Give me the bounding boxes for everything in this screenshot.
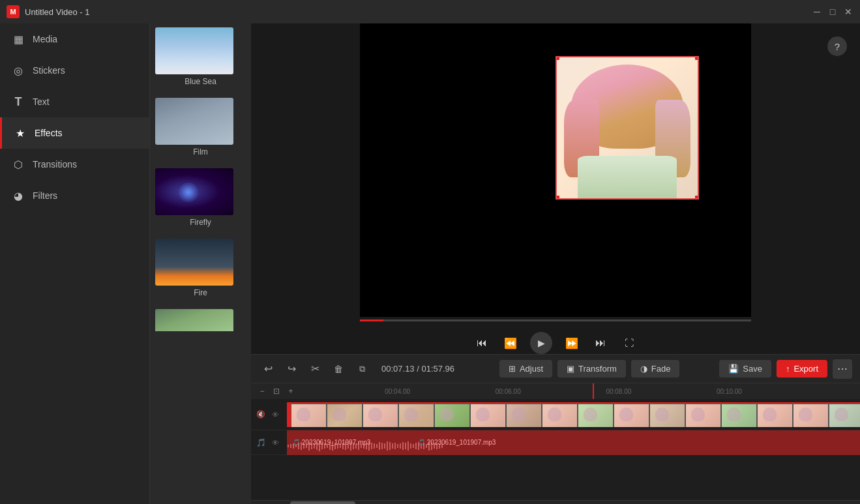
close-button[interactable]: ✕: [843, 7, 853, 17]
waveform-bar: [293, 443, 294, 449]
waveform-bar: [402, 442, 404, 450]
waveform-bar: [392, 443, 393, 449]
waveform-bar: [298, 443, 299, 449]
effect-label-fire: Fire: [155, 286, 246, 301]
preview-image[interactable]: [556, 56, 699, 200]
minimize-button[interactable]: ─: [812, 7, 822, 17]
video-thumb-7: [506, 404, 542, 427]
audio-track-bg: 🎵 20230619_101907.mp3 🎵 20230619_101907.…: [287, 430, 860, 455]
waveform-bar: [408, 441, 409, 451]
video-eye-button[interactable]: 👁: [269, 409, 281, 421]
transform-button[interactable]: ▣ Transform: [557, 360, 626, 378]
save-icon: 💾: [728, 364, 739, 374]
selection-handle-br[interactable]: [695, 196, 699, 200]
progress-fill: [360, 319, 383, 321]
window-title: Untitled Video - 1: [25, 7, 812, 17]
video-thumb-6: [470, 404, 506, 427]
waveform-bar: [334, 443, 336, 449]
help-button[interactable]: ?: [827, 37, 847, 56]
media-icon: ▦: [12, 33, 25, 46]
adjust-icon: ⊞: [509, 364, 516, 374]
ruler-mark-8: 00:08.00: [606, 388, 631, 395]
selection-handle-tl[interactable]: [556, 56, 559, 60]
waveform-bar: [384, 443, 385, 449]
audio-eye-button[interactable]: 👁: [269, 437, 281, 449]
video-thumb-4: [398, 404, 434, 427]
transform-icon: ▣: [567, 364, 574, 374]
fullscreen-button[interactable]: ⛶: [620, 334, 638, 352]
effect-blue-sea[interactable]: Blue Sea: [150, 23, 251, 94]
fade-icon: ◑: [640, 364, 647, 374]
video-thumb-2: [327, 404, 363, 427]
waveform-bar: [288, 445, 289, 447]
effect-thumbnail-film: [155, 98, 233, 145]
waveform-bar: [405, 443, 406, 449]
sidebar-item-effects[interactable]: ★ Effects: [0, 117, 149, 149]
audio-mute-button[interactable]: 🎵: [255, 437, 267, 449]
zoom-out-button[interactable]: −: [256, 385, 268, 397]
sidebar-item-media[interactable]: ▦ Media: [0, 23, 149, 55]
ruler-marks: 00:04.00 00:06.00 00:08.00 00:10.00: [302, 383, 855, 399]
copy-button[interactable]: ⧉: [353, 360, 371, 378]
effect-film[interactable]: Film: [150, 94, 251, 164]
ruler-mark-6: 00:06.00: [496, 388, 521, 395]
selection-handle-bl[interactable]: [556, 196, 559, 200]
skip-back-button[interactable]: ⏮: [473, 334, 491, 352]
redo-button[interactable]: ↪: [282, 360, 301, 378]
waveform-bar: [290, 444, 291, 448]
waveform-bar: [332, 441, 333, 451]
zoom-fit-button[interactable]: ⊡: [271, 385, 282, 397]
save-button[interactable]: 💾 Save: [719, 360, 771, 378]
sidebar-item-stickers[interactable]: ◎ Stickers: [0, 55, 149, 86]
undo-button[interactable]: ↩: [259, 360, 277, 378]
waveform-bar: [319, 441, 320, 451]
waveform-bar: [337, 443, 338, 449]
export-button[interactable]: ↑ Export: [777, 360, 827, 378]
video-mute-button[interactable]: 🔇: [255, 409, 267, 421]
maximize-button[interactable]: □: [827, 7, 838, 17]
skip-forward-button[interactable]: ⏭: [591, 334, 610, 352]
sidebar-label-text: Text: [33, 96, 50, 107]
adjust-button[interactable]: ⊞ Adjust: [499, 360, 552, 378]
selection-handle-tr[interactable]: [695, 56, 699, 60]
waveform-bar: [350, 441, 351, 451]
timeline-scrollbar[interactable]: [251, 500, 860, 504]
waveform-bar: [329, 442, 331, 450]
effect-fire[interactable]: Fire: [150, 235, 251, 305]
delete-button[interactable]: 🗑: [329, 360, 348, 378]
waveform-bar: [363, 443, 364, 449]
waveform-bar: [376, 444, 378, 448]
video-track-content[interactable]: 419b6633-4731-486c-be22-d51d9ccc202b.png: [287, 402, 860, 427]
video-track-controls: 🔇 👁: [251, 409, 287, 421]
fade-button[interactable]: ◑ Fade: [631, 360, 680, 378]
waveform-bar: [413, 444, 414, 448]
timeline-scrollbar-thumb[interactable]: [290, 501, 355, 504]
cut-button[interactable]: ✂: [306, 360, 324, 378]
waveform-bar: [418, 442, 419, 450]
rewind-button[interactable]: ⏪: [501, 334, 520, 352]
sidebar: ▦ Media ◎ Stickers T Text ★ Effects ⬡ Tr…: [0, 23, 150, 504]
waveform-bar: [397, 444, 398, 448]
text-icon: T: [12, 95, 25, 108]
progress-bar[interactable]: [360, 319, 751, 321]
sidebar-item-text[interactable]: T Text: [0, 86, 149, 117]
sidebar-item-transitions[interactable]: ⬡ Transitions: [0, 149, 149, 180]
waveform-bar: [436, 443, 437, 449]
sidebar-label-media: Media: [33, 34, 57, 44]
more-options-button[interactable]: ⋯: [833, 359, 852, 379]
sidebar-item-filters[interactable]: ◕ Filters: [0, 180, 149, 211]
transitions-icon: ⬡: [12, 158, 25, 171]
audio-track-content[interactable]: 🎵 20230619_101907.mp3 🎵 20230619_101907.…: [287, 430, 860, 455]
effect-thumbnail-firefly: [155, 168, 233, 215]
playhead[interactable]: [593, 383, 594, 399]
timeline-tracks: 🔇 👁 419b6633-4731-486c-be22-d51d9ccc202b…: [251, 399, 860, 500]
effect-firefly[interactable]: Firefly: [150, 164, 251, 235]
fast-forward-button[interactable]: ⏩: [563, 334, 581, 352]
video-thumb-5: [434, 404, 470, 427]
effect-green[interactable]: [150, 305, 251, 331]
effect-label-blue-sea: Blue Sea: [155, 74, 246, 90]
zoom-in-button[interactable]: +: [285, 385, 297, 397]
play-button[interactable]: ▶: [530, 332, 552, 354]
waveform-bar: [353, 443, 354, 449]
waveform-bar: [321, 443, 323, 449]
